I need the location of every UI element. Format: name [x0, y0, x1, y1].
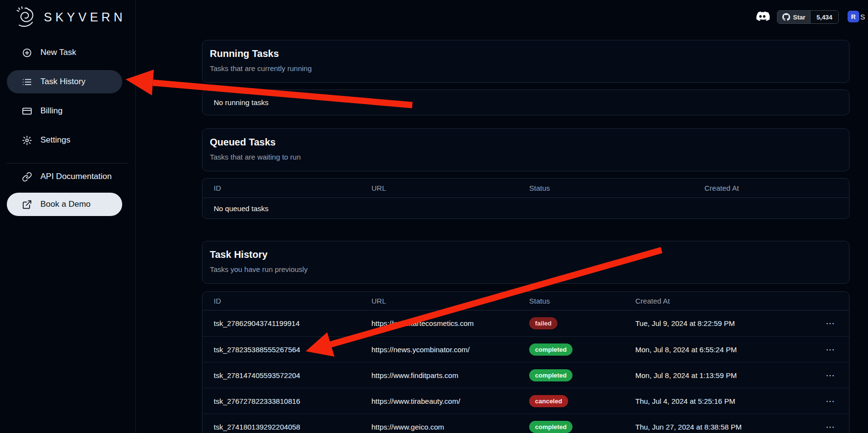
status-badge: failed — [529, 317, 557, 329]
credit-card-icon — [22, 106, 32, 116]
task-id: tsk_276727822333810816 — [214, 397, 371, 405]
column-header-url: URL — [371, 297, 529, 305]
row-actions-button[interactable]: ⋯ — [826, 371, 835, 380]
plus-circle-icon — [22, 48, 32, 58]
queued-tasks-header-card: Queued Tasks Tasks that are waiting to r… — [202, 128, 850, 171]
task-url: https://news.ycombinator.com/ — [371, 345, 529, 354]
column-header-created-at: Created At — [704, 184, 849, 192]
running-tasks-empty-text: No running tasks — [214, 98, 269, 107]
running-tasks-empty-card: No running tasks — [202, 90, 850, 115]
sidebar-secondary-nav: API Documentation Book a Demo — [7, 165, 122, 216]
sidebar-item-label: API Documentation — [40, 172, 111, 181]
task-created-at: Tue, Jul 9, 2024 at 8:22:59 PM — [635, 319, 809, 327]
row-actions-button[interactable]: ⋯ — [826, 319, 835, 328]
sidebar-item-api-documentation[interactable]: API Documentation — [7, 165, 122, 188]
row-actions-button[interactable]: ⋯ — [826, 345, 835, 354]
sidebar-item-label: Task History — [40, 77, 86, 87]
queued-tasks-empty-text: No queued tasks — [203, 198, 849, 219]
running-tasks-subtitle: Tasks that are currently running — [210, 64, 842, 72]
task-created-at: Mon, Jul 8, 2024 at 1:13:59 PM — [635, 371, 809, 379]
status-badge: completed — [529, 369, 573, 381]
queued-tasks-table-header: ID URL Status Created At — [203, 179, 849, 198]
sidebar-item-label: Book a Demo — [40, 199, 91, 209]
task-url: https://www.finditparts.com — [371, 371, 529, 379]
sidebar-item-label: New Task — [40, 48, 76, 57]
task-created-at: Mon, Jul 8, 2024 at 6:55:24 PM — [635, 345, 809, 354]
sidebar-divider — [7, 163, 129, 163]
sidebar-item-label: Billing — [40, 106, 62, 116]
table-row[interactable]: tsk_278147405593572204 https://www.findi… — [203, 362, 849, 388]
column-header-created-at: Created At — [635, 297, 809, 305]
column-header-id: ID — [214, 184, 371, 192]
task-url: https://www.tartecosmetics.com — [371, 319, 529, 327]
external-link-icon — [22, 199, 32, 210]
skyvern-dragon-icon — [14, 5, 38, 29]
list-icon — [22, 77, 32, 87]
task-history-subtitle: Tasks you have run previously — [210, 265, 842, 273]
sidebar-item-settings[interactable]: Settings — [7, 128, 122, 152]
github-star-count: 5,434 — [810, 11, 838, 23]
queued-tasks-title: Queued Tasks — [210, 137, 842, 148]
table-row[interactable]: tsk_278629043741199914 https://www.tarte… — [203, 310, 849, 336]
link-icon — [22, 172, 32, 182]
github-star-segment: Star — [777, 11, 810, 23]
running-tasks-header-card: Running Tasks Tasks that are currently r… — [202, 40, 850, 83]
status-badge: completed — [529, 343, 573, 356]
skyvern-logo[interactable]: SKYVERN — [14, 5, 126, 29]
task-history-title: Task History — [210, 249, 842, 260]
sidebar-item-new-task[interactable]: New Task — [7, 41, 122, 64]
task-history-table-card: ID URL Status Created At tsk_27862904374… — [202, 291, 850, 433]
task-url: https://www.geico.com — [371, 423, 529, 431]
app-root: SKYVERN New Task Task History Billing — [0, 0, 868, 433]
sidebar-item-task-history[interactable]: Task History — [7, 70, 122, 93]
running-tasks-title: Running Tasks — [210, 48, 842, 59]
queued-tasks-table-card: ID URL Status Created At No queued tasks — [202, 178, 850, 219]
github-star-label: Star — [793, 14, 805, 21]
status-badge: canceled — [529, 395, 568, 407]
task-url: https://www.tirabeauty.com/ — [371, 397, 529, 405]
queued-tasks-subtitle: Tasks that are waiting to run — [210, 153, 842, 161]
sidebar-nav: New Task Task History Billing Settings — [7, 41, 122, 152]
gear-icon — [22, 135, 32, 145]
column-header-status: Status — [529, 184, 704, 192]
column-header-status: Status — [529, 297, 635, 305]
row-actions-button[interactable]: ⋯ — [826, 397, 835, 406]
discord-icon[interactable] — [755, 10, 770, 23]
sidebar-item-label: Settings — [40, 135, 70, 145]
task-id: tsk_278147405593572204 — [214, 371, 371, 379]
sidebar-item-billing[interactable]: Billing — [7, 99, 122, 123]
task-id: tsk_274180139292204058 — [214, 423, 371, 431]
table-row[interactable]: tsk_276727822333810816 https://www.tirab… — [203, 388, 849, 414]
task-history-header-card: Task History Tasks you have run previous… — [202, 241, 850, 284]
github-icon — [782, 13, 790, 21]
sidebar: SKYVERN New Task Task History Billing — [0, 0, 136, 433]
column-header-id: ID — [214, 297, 371, 305]
task-id: tsk_278629043741199914 — [214, 319, 371, 327]
task-created-at: Thu, Jul 4, 2024 at 5:25:16 PM — [635, 397, 809, 405]
table-row[interactable]: tsk_278235388555267564 https://news.ycom… — [203, 336, 849, 362]
user-avatar[interactable]: R — [848, 11, 859, 22]
book-a-demo-button[interactable]: Book a Demo — [7, 193, 122, 216]
task-history-table-header: ID URL Status Created At — [203, 292, 849, 310]
row-actions-button[interactable]: ⋯ — [826, 422, 835, 432]
github-star-button[interactable]: Star 5,434 — [777, 10, 839, 24]
brand-name: SKYVERN — [44, 10, 126, 24]
user-name: S — [860, 13, 865, 21]
column-header-url: URL — [371, 184, 529, 192]
task-id: tsk_278235388555267564 — [214, 345, 371, 354]
status-badge: completed — [529, 421, 573, 433]
table-row[interactable]: tsk_274180139292204058 https://www.geico… — [203, 414, 849, 433]
topbar: Star 5,434 R S — [136, 0, 868, 33]
task-history-table-body: tsk_278629043741199914 https://www.tarte… — [203, 310, 849, 433]
task-created-at: Thu, Jun 27, 2024 at 8:38:58 PM — [635, 423, 809, 431]
